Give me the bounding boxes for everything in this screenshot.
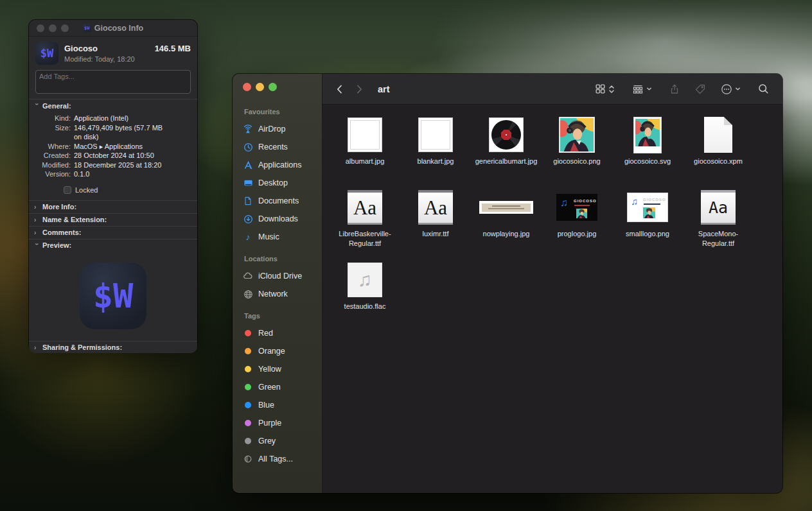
small-logo-thumbnail: ♫ GIOCOSO [627,193,668,222]
zoom-button[interactable] [269,83,277,91]
tag-button[interactable] [694,83,706,95]
file-nowplaying[interactable]: nowplaying.jpg [471,189,542,261]
chevron-right-icon: › [34,229,39,236]
close-button[interactable] [37,24,44,32]
sidebar-header-tags: Tags [244,312,322,320]
sidebar-item-applications[interactable]: Applications [243,156,322,174]
info-window-controls [37,24,69,32]
zoom-button[interactable] [61,24,69,32]
sidebar-item-network[interactable]: Network [243,285,322,303]
minimize-button[interactable] [49,24,57,32]
view-switcher-button[interactable] [594,83,615,95]
file-luximr[interactable]: Aa luximr.ttf [400,189,471,261]
preview-header[interactable]: › Preview: [29,239,197,252]
sidebar-tag-blue[interactable]: Blue [243,396,322,414]
file-genericalbumart[interactable]: genericalbumart.jpg [471,116,542,189]
info-row-modified: Modified: 18 December 2025 at 18:20 [29,160,197,170]
music-note-icon: ♫ [560,198,568,208]
sidebar-item-music[interactable]: ♪ Music [243,228,322,246]
section-comments: › Comments: [29,226,197,239]
sidebar-tag-yellow[interactable]: Yellow [243,360,322,378]
general-header[interactable]: › General: [29,100,197,112]
chevron-right-icon: › [34,344,39,351]
font-preview-icon: Aa [701,190,736,225]
file-giocosoico-png[interactable]: giocosoico.png [542,116,612,189]
vinyl-record-thumbnail [489,117,524,152]
sidebar-item-desktop[interactable]: Desktop [243,174,322,192]
sidebar-item-recents[interactable]: Recents [243,138,322,156]
sidebar-item-icloud-drive[interactable]: iCloud Drive [243,267,322,285]
font-preview-icon: Aa [348,190,382,225]
search-button[interactable] [757,83,770,95]
generic-document-icon [704,117,732,153]
file-giocosoico-svg[interactable]: giocosoico.svg [612,116,683,189]
sidebar-tag-purple[interactable]: Purple [243,414,322,432]
back-button[interactable] [334,83,346,95]
desktop-icon [243,178,253,188]
sidebar-item-downloads[interactable]: Downloads [243,210,322,228]
finder-window-controls [243,83,322,91]
chevron-right-icon: › [34,204,39,211]
name-extension-header[interactable]: › Name & Extension: [29,214,197,226]
popart-portrait-thumbnail [559,117,595,153]
tag-icon [694,83,706,95]
tag-dot-grey [245,438,251,444]
info-row-where: Where: MacOS ▸ Applications [29,142,197,152]
file-albumart[interactable]: albumart.jpg [330,116,400,189]
sidebar-tag-red[interactable]: Red [243,324,322,342]
sidebar-tag-orange[interactable]: Orange [243,342,322,360]
finder-sidebar: Favourites AirDrop Recents [233,74,322,493]
file-proglogo[interactable]: ♫ GIOCOSO [542,189,612,261]
app-mini-icon: $W [83,24,91,32]
downloads-icon [243,214,253,224]
tag-dot-green [245,384,251,390]
close-button[interactable] [243,83,251,91]
blank-image-thumbnail [418,117,453,152]
file-librebaskerville[interactable]: Aa LibreBaskerville-Regular.ttf [330,189,400,261]
popart-portrait-thumbnail [633,117,662,153]
info-window: $W Giocoso Info $W Giocoso Modified: Tod… [29,20,197,351]
nowplaying-thumbnail [479,201,533,214]
sidebar-item-all-tags[interactable]: All Tags... [243,450,322,468]
all-tags-icon [243,455,253,463]
search-icon [757,83,770,95]
info-titlebar[interactable]: $W Giocoso Info [29,20,197,37]
app-preview-icon: $W [80,263,146,329]
file-smalllogo[interactable]: ♫ GIOCOSO [612,189,683,261]
sidebar-header-locations: Locations [244,255,322,263]
add-tags-input[interactable] [35,70,191,94]
font-preview-icon: Aa [418,190,453,225]
sidebar-tag-grey[interactable]: Grey [243,432,322,450]
preview-area: $W [29,252,197,341]
ellipsis-circle-icon [720,83,733,96]
sidebar-tag-green[interactable]: Green [243,378,322,396]
more-info-header[interactable]: › More Info: [29,201,197,213]
file-blankart[interactable]: blankart.jpg [400,116,471,189]
file-giocosoico-xpm[interactable]: giocosoico.xpm [683,116,754,189]
clock-icon [243,143,253,152]
document-icon [243,196,253,205]
sidebar-item-documents[interactable]: Documents [243,192,322,210]
group-by-icon [631,83,644,96]
more-actions-button[interactable] [720,83,741,96]
airdrop-icon [243,124,253,134]
section-name-extension: › Name & Extension: [29,213,197,226]
sidebar-item-airdrop[interactable]: AirDrop [243,120,322,138]
chevron-down-icon [646,86,652,92]
minimize-button[interactable] [256,83,264,91]
share-button[interactable] [669,83,680,95]
sharing-permissions-header[interactable]: › Sharing & Permissions: [29,342,197,354]
blank-image-thumbnail [348,117,382,152]
chevron-right-icon: › [34,216,39,223]
section-general: › General: Kind: Application (Intel) Siz… [29,99,197,194]
forward-button[interactable] [353,83,365,95]
app-icon: $W [35,42,58,65]
finder-content-area[interactable]: albumart.jpg blankart.jpg genericalbumar… [322,105,782,493]
locked-label: Locked [75,186,98,194]
file-testaudio[interactable]: ♫ testaudio.flac [330,261,400,334]
locked-checkbox[interactable] [64,186,71,194]
audio-file-icon: ♫ [348,263,382,297]
comments-header[interactable]: › Comments: [29,227,197,239]
group-by-button[interactable] [631,83,652,96]
file-spacemono[interactable]: Aa SpaceMono-Regular.ttf [683,189,754,261]
